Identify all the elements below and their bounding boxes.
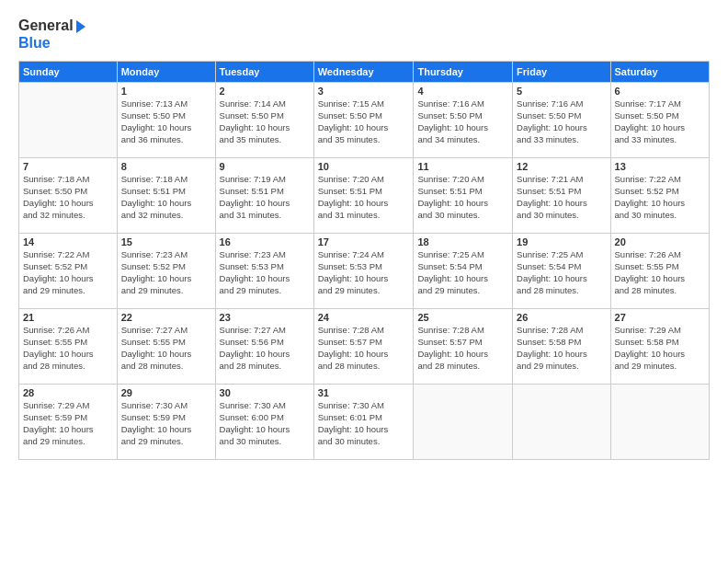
calendar-day-cell: 24Sunrise: 7:28 AMSunset: 5:57 PMDayligh… (313, 309, 414, 385)
day-number: 1 (121, 86, 211, 97)
day-number: 25 (417, 312, 508, 323)
day-info: Sunrise: 7:23 AMSunset: 5:52 PMDaylight:… (121, 249, 211, 296)
day-info: Sunrise: 7:30 AMSunset: 5:59 PMDaylight:… (121, 400, 211, 447)
day-info: Sunrise: 7:25 AMSunset: 5:54 PMDaylight:… (417, 249, 508, 296)
day-number: 5 (517, 86, 606, 97)
calendar-week-row: 1Sunrise: 7:13 AMSunset: 5:50 PMDaylight… (19, 83, 710, 158)
calendar-day-cell: 27Sunrise: 7:29 AMSunset: 5:58 PMDayligh… (610, 309, 709, 385)
day-number: 7 (23, 161, 113, 172)
day-number: 26 (517, 312, 606, 323)
page: General Blue SundayMondayTuesdayWednesda… (0, 0, 728, 563)
calendar-day-cell: 6Sunrise: 7:17 AMSunset: 5:50 PMDaylight… (610, 83, 709, 158)
day-number: 9 (220, 161, 310, 172)
logo-text-blue: Blue (18, 34, 85, 52)
calendar-day-cell: 1Sunrise: 7:13 AMSunset: 5:50 PMDaylight… (117, 83, 215, 158)
day-info: Sunrise: 7:27 AMSunset: 5:56 PMDaylight:… (220, 325, 310, 372)
calendar-day-cell: 11Sunrise: 7:20 AMSunset: 5:51 PMDayligh… (414, 158, 513, 234)
calendar-day-cell: 16Sunrise: 7:23 AMSunset: 5:53 PMDayligh… (215, 234, 313, 309)
calendar-day-header: Thursday (414, 62, 513, 83)
day-info: Sunrise: 7:30 AMSunset: 6:00 PMDaylight:… (220, 400, 310, 447)
day-number: 27 (615, 312, 705, 323)
day-info: Sunrise: 7:21 AMSunset: 5:51 PMDaylight:… (517, 174, 606, 221)
day-number: 23 (220, 312, 310, 323)
day-info: Sunrise: 7:28 AMSunset: 5:57 PMDaylight:… (318, 325, 410, 372)
day-number: 12 (517, 161, 606, 172)
calendar-day-cell: 30Sunrise: 7:30 AMSunset: 6:00 PMDayligh… (215, 385, 313, 460)
calendar-day-cell: 3Sunrise: 7:15 AMSunset: 5:50 PMDaylight… (313, 83, 414, 158)
calendar-day-cell: 9Sunrise: 7:19 AMSunset: 5:51 PMDaylight… (215, 158, 313, 234)
calendar-day-cell: 18Sunrise: 7:25 AMSunset: 5:54 PMDayligh… (414, 234, 513, 309)
calendar-day-cell: 13Sunrise: 7:22 AMSunset: 5:52 PMDayligh… (610, 158, 709, 234)
day-number: 22 (121, 312, 211, 323)
day-number: 2 (220, 86, 310, 97)
calendar-day-cell: 2Sunrise: 7:14 AMSunset: 5:50 PMDaylight… (215, 83, 313, 158)
day-number: 15 (121, 236, 211, 247)
calendar-day-cell (414, 385, 513, 460)
day-info: Sunrise: 7:28 AMSunset: 5:57 PMDaylight:… (417, 325, 508, 372)
logo-wrapper: General Blue (18, 17, 85, 52)
calendar-day-cell: 15Sunrise: 7:23 AMSunset: 5:52 PMDayligh… (117, 234, 215, 309)
calendar-day-cell: 26Sunrise: 7:28 AMSunset: 5:58 PMDayligh… (513, 309, 610, 385)
calendar-week-row: 7Sunrise: 7:18 AMSunset: 5:50 PMDaylight… (19, 158, 710, 234)
day-info: Sunrise: 7:18 AMSunset: 5:50 PMDaylight:… (23, 174, 113, 221)
day-info: Sunrise: 7:23 AMSunset: 5:53 PMDaylight:… (220, 249, 310, 296)
day-number: 10 (318, 161, 410, 172)
calendar-day-cell: 31Sunrise: 7:30 AMSunset: 6:01 PMDayligh… (313, 385, 414, 460)
calendar-header-row: SundayMondayTuesdayWednesdayThursdayFrid… (19, 62, 710, 83)
day-number: 11 (417, 161, 508, 172)
calendar-day-header: Saturday (610, 62, 709, 83)
calendar-day-header: Friday (513, 62, 610, 83)
calendar-day-cell: 17Sunrise: 7:24 AMSunset: 5:53 PMDayligh… (313, 234, 414, 309)
calendar-day-header: Wednesday (313, 62, 414, 83)
calendar-day-header: Monday (117, 62, 215, 83)
day-number: 13 (615, 161, 705, 172)
calendar-day-cell: 20Sunrise: 7:26 AMSunset: 5:55 PMDayligh… (610, 234, 709, 309)
day-number: 28 (23, 387, 113, 398)
day-number: 17 (318, 236, 410, 247)
day-info: Sunrise: 7:17 AMSunset: 5:50 PMDaylight:… (615, 98, 705, 145)
day-info: Sunrise: 7:20 AMSunset: 5:51 PMDaylight:… (318, 174, 410, 221)
day-number: 8 (121, 161, 211, 172)
calendar-day-cell: 23Sunrise: 7:27 AMSunset: 5:56 PMDayligh… (215, 309, 313, 385)
day-info: Sunrise: 7:22 AMSunset: 5:52 PMDaylight:… (615, 174, 705, 221)
day-number: 19 (517, 236, 606, 247)
calendar-week-row: 28Sunrise: 7:29 AMSunset: 5:59 PMDayligh… (19, 385, 710, 460)
calendar-day-cell: 8Sunrise: 7:18 AMSunset: 5:51 PMDaylight… (117, 158, 215, 234)
day-number: 18 (417, 236, 508, 247)
day-info: Sunrise: 7:26 AMSunset: 5:55 PMDaylight:… (615, 249, 705, 296)
calendar-day-cell: 28Sunrise: 7:29 AMSunset: 5:59 PMDayligh… (19, 385, 118, 460)
day-number: 3 (318, 86, 410, 97)
calendar-table: SundayMondayTuesdayWednesdayThursdayFrid… (18, 61, 710, 460)
calendar-day-header: Tuesday (215, 62, 313, 83)
day-number: 31 (318, 387, 410, 398)
day-info: Sunrise: 7:26 AMSunset: 5:55 PMDaylight:… (23, 325, 113, 372)
day-info: Sunrise: 7:27 AMSunset: 5:55 PMDaylight:… (121, 325, 211, 372)
day-info: Sunrise: 7:18 AMSunset: 5:51 PMDaylight:… (121, 174, 211, 221)
calendar-day-cell: 14Sunrise: 7:22 AMSunset: 5:52 PMDayligh… (19, 234, 118, 309)
day-info: Sunrise: 7:20 AMSunset: 5:51 PMDaylight:… (417, 174, 508, 221)
day-number: 16 (220, 236, 310, 247)
header: General Blue (18, 17, 710, 52)
logo-chevron-icon (76, 20, 85, 33)
day-number: 30 (220, 387, 310, 398)
calendar-day-cell: 21Sunrise: 7:26 AMSunset: 5:55 PMDayligh… (19, 309, 118, 385)
calendar-day-cell: 10Sunrise: 7:20 AMSunset: 5:51 PMDayligh… (313, 158, 414, 234)
day-info: Sunrise: 7:19 AMSunset: 5:51 PMDaylight:… (220, 174, 310, 221)
day-info: Sunrise: 7:29 AMSunset: 5:59 PMDaylight:… (23, 400, 113, 447)
calendar-day-cell: 12Sunrise: 7:21 AMSunset: 5:51 PMDayligh… (513, 158, 610, 234)
day-info: Sunrise: 7:16 AMSunset: 5:50 PMDaylight:… (417, 98, 508, 145)
day-info: Sunrise: 7:16 AMSunset: 5:50 PMDaylight:… (517, 98, 606, 145)
calendar-week-row: 14Sunrise: 7:22 AMSunset: 5:52 PMDayligh… (19, 234, 710, 309)
day-number: 20 (615, 236, 705, 247)
calendar-day-cell: 5Sunrise: 7:16 AMSunset: 5:50 PMDaylight… (513, 83, 610, 158)
calendar-day-cell (513, 385, 610, 460)
day-info: Sunrise: 7:30 AMSunset: 6:01 PMDaylight:… (318, 400, 410, 447)
logo: General Blue (18, 17, 85, 52)
day-info: Sunrise: 7:28 AMSunset: 5:58 PMDaylight:… (517, 325, 606, 372)
day-number: 6 (615, 86, 705, 97)
day-info: Sunrise: 7:14 AMSunset: 5:50 PMDaylight:… (220, 98, 310, 145)
calendar-day-cell: 4Sunrise: 7:16 AMSunset: 5:50 PMDaylight… (414, 83, 513, 158)
calendar-day-cell: 22Sunrise: 7:27 AMSunset: 5:55 PMDayligh… (117, 309, 215, 385)
day-number: 24 (318, 312, 410, 323)
day-number: 21 (23, 312, 113, 323)
